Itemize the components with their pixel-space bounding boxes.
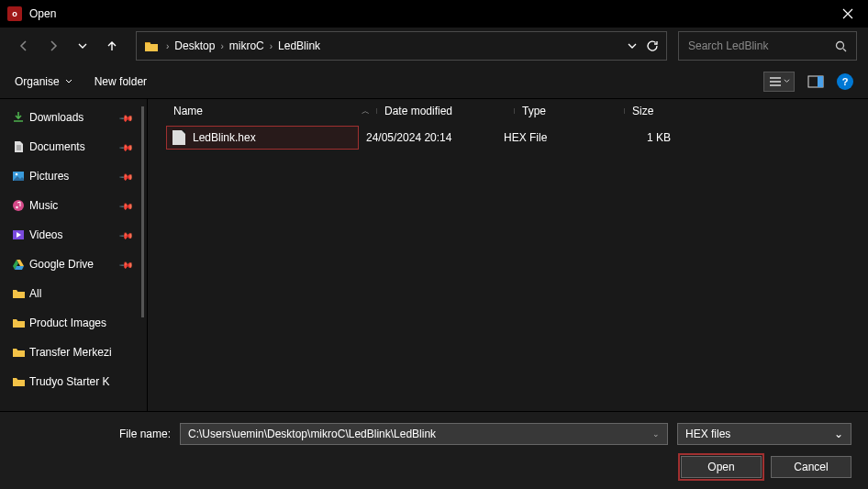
pin-icon: 📌 xyxy=(119,110,134,125)
toolbar: Organise New folder ? xyxy=(0,64,868,99)
sidebar-item-trudyo[interactable]: Trudyo Starter K xyxy=(0,367,147,396)
folder-icon xyxy=(144,39,159,52)
sidebar-item-label: Documents xyxy=(29,140,85,153)
panel-icon xyxy=(807,75,824,88)
up-button[interactable] xyxy=(99,33,125,59)
download-icon xyxy=(11,110,26,125)
svg-point-4 xyxy=(16,173,18,176)
sidebar-item-pictures[interactable]: Pictures 📌 xyxy=(0,161,147,191)
folder-icon xyxy=(11,345,26,360)
cancel-button[interactable]: Cancel xyxy=(771,456,851,478)
sidebar-item-product-images[interactable]: Product Images xyxy=(0,308,147,338)
breadcrumb: Desktop › mikroC › LedBlink xyxy=(174,39,320,52)
column-type[interactable]: Type xyxy=(515,105,625,117)
forward-button[interactable] xyxy=(40,33,66,59)
pin-icon: 📌 xyxy=(119,169,134,183)
titlebar: o Open xyxy=(0,0,868,28)
chevron-right-icon: › xyxy=(270,41,273,51)
chevron-down-icon: ⌄ xyxy=(834,428,843,440)
pin-icon: 📌 xyxy=(119,139,134,154)
sidebar-item-label: All xyxy=(29,287,41,300)
main-area: Downloads 📌 Documents 📌 Pictures 📌 Music… xyxy=(0,99,868,411)
open-button[interactable]: Open xyxy=(681,456,762,478)
sidebar-item-label: Downloads xyxy=(29,111,83,124)
sidebar-item-all[interactable]: All xyxy=(0,279,147,308)
sidebar-item-label: Trudyo Starter K xyxy=(29,375,110,388)
sidebar-item-downloads[interactable]: Downloads 📌 xyxy=(0,103,147,132)
sort-asc-icon: ︿ xyxy=(362,106,370,117)
view-mode-button[interactable] xyxy=(763,72,795,92)
close-button[interactable] xyxy=(827,0,868,28)
sidebar-item-label: Product Images xyxy=(29,317,106,329)
column-headers: Name ︿ Date modified Type Size xyxy=(148,99,868,123)
folder-icon xyxy=(11,316,26,330)
music-icon xyxy=(11,198,26,213)
chevron-right-icon: › xyxy=(220,41,223,51)
video-icon xyxy=(11,228,26,242)
sidebar-item-label: Music xyxy=(29,199,58,212)
filename-input[interactable]: C:\Users\uemin\Desktop\mikroC\LedBlink\L… xyxy=(180,423,668,445)
chevron-down-icon xyxy=(784,78,790,84)
file-type-filter[interactable]: HEX files ⌄ xyxy=(677,423,851,445)
column-name[interactable]: Name ︿ xyxy=(166,105,377,117)
filename-value: C:\Users\uemin\Desktop\mikroC\LedBlink\L… xyxy=(188,428,436,440)
sidebar-item-label: Google Drive xyxy=(29,258,94,271)
svg-rect-2 xyxy=(818,76,823,87)
list-icon xyxy=(769,76,782,87)
back-button[interactable] xyxy=(11,33,37,59)
pin-icon: 📌 xyxy=(119,228,134,242)
breadcrumb-ledblink[interactable]: LedBlink xyxy=(278,39,320,52)
sidebar-item-gdrive[interactable]: Google Drive 📌 xyxy=(0,250,147,279)
sidebar: Downloads 📌 Documents 📌 Pictures 📌 Music… xyxy=(0,99,147,411)
svg-point-5 xyxy=(13,200,24,211)
file-name: LedBlink.hex xyxy=(193,131,256,144)
sidebar-item-music[interactable]: Music 📌 xyxy=(0,191,147,220)
preview-pane-button[interactable] xyxy=(806,72,826,92)
sidebar-item-documents[interactable]: Documents 📌 xyxy=(0,132,147,161)
sidebar-scrollbar[interactable] xyxy=(138,106,147,404)
sidebar-item-label: Transfer Merkezi xyxy=(29,346,112,359)
sidebar-item-transfer[interactable]: Transfer Merkezi xyxy=(0,338,147,367)
svg-point-6 xyxy=(16,206,17,208)
app-icon: o xyxy=(7,6,22,21)
column-name-label: Name xyxy=(173,105,203,117)
nav-row: › Desktop › mikroC › LedBlink Search Led… xyxy=(0,28,868,64)
doc-icon xyxy=(11,139,26,154)
file-row[interactable]: LedBlink.hex 24/05/2024 20:14 HEX File 1… xyxy=(148,123,868,152)
new-folder-button[interactable]: New folder xyxy=(95,75,147,88)
folder-icon xyxy=(11,286,26,301)
column-type-label: Type xyxy=(522,105,546,117)
search-input[interactable]: Search LedBlink xyxy=(678,31,857,61)
pic-icon xyxy=(11,169,26,183)
sidebar-item-videos[interactable]: Videos 📌 xyxy=(0,220,147,250)
pin-icon: 📌 xyxy=(119,257,134,272)
organise-label: Organise xyxy=(15,75,60,88)
file-list: Name ︿ Date modified Type Size LedBlink.… xyxy=(147,99,868,411)
breadcrumb-desktop[interactable]: Desktop xyxy=(174,39,215,52)
gdrive-icon xyxy=(11,257,26,272)
window-title: Open xyxy=(29,7,827,20)
file-size: 1 KB xyxy=(606,131,698,144)
chevron-down-icon xyxy=(65,78,72,85)
filename-label: File name: xyxy=(17,428,171,440)
breadcrumb-mikroc[interactable]: mikroC xyxy=(229,39,264,52)
sidebar-item-label: Videos xyxy=(29,228,62,241)
search-icon xyxy=(835,40,847,52)
file-type: HEX File xyxy=(496,131,606,144)
file-icon xyxy=(172,130,185,145)
sidebar-item-label: Pictures xyxy=(29,170,69,183)
column-date[interactable]: Date modified xyxy=(377,105,515,117)
recent-dropdown[interactable] xyxy=(70,33,95,59)
refresh-button[interactable] xyxy=(646,39,659,52)
column-size-label: Size xyxy=(632,105,653,117)
help-button[interactable]: ? xyxy=(837,73,853,90)
organise-menu[interactable]: Organise xyxy=(15,75,72,88)
address-bar[interactable]: › Desktop › mikroC › LedBlink xyxy=(136,31,667,61)
address-dropdown[interactable] xyxy=(628,41,637,50)
search-placeholder: Search LedBlink xyxy=(688,39,835,52)
column-size[interactable]: Size xyxy=(625,105,717,117)
bottom-panel: File name: C:\Users\uemin\Desktop\mikroC… xyxy=(0,411,868,489)
chevron-down-icon: ⌄ xyxy=(652,429,660,439)
svg-point-0 xyxy=(837,41,844,49)
file-date: 24/05/2024 20:14 xyxy=(359,131,496,144)
